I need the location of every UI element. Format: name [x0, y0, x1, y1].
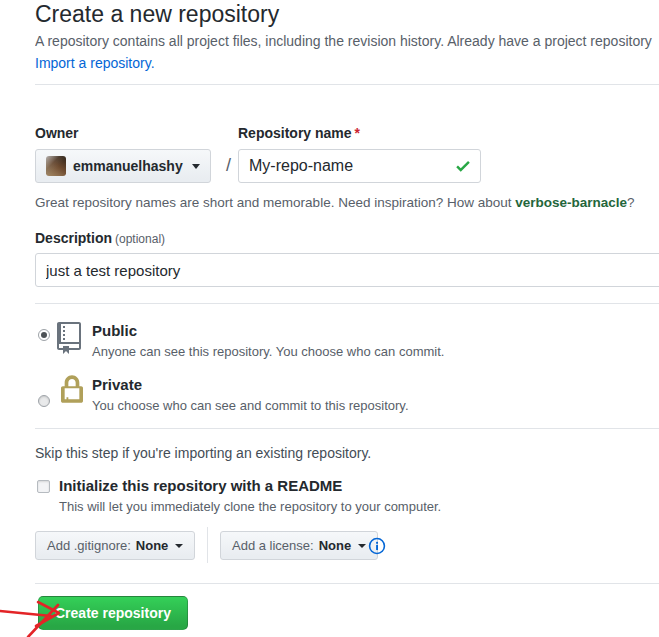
info-icon[interactable] [368, 537, 386, 555]
add-gitignore-button[interactable]: Add .gitignore: None [35, 531, 195, 560]
caret-down-icon [358, 544, 366, 548]
owner-repo-separator: / [226, 155, 231, 176]
suggested-name-link[interactable]: verbose-barnacle [515, 195, 627, 210]
optional-label: (optional) [115, 232, 165, 246]
caret-down-icon [192, 164, 200, 169]
repository-name-input[interactable] [238, 149, 481, 183]
caret-down-icon [175, 544, 183, 548]
repository-name-field [238, 149, 481, 183]
button-group-divider [207, 527, 208, 563]
create-repository-button[interactable]: Create repository [38, 596, 188, 630]
required-asterisk: * [355, 125, 360, 141]
private-option[interactable]: Private You choose who can see and commi… [92, 375, 409, 415]
repository-name-hint: Great repository names are short and mem… [35, 195, 635, 210]
lock-icon [61, 375, 83, 405]
section-divider-2 [35, 428, 659, 429]
import-repository-link[interactable]: Import a repository. [35, 55, 155, 71]
gitignore-button-value: None [136, 538, 169, 553]
owner-label: Owner [35, 125, 79, 141]
license-button-prefix: Add a license: [232, 538, 314, 553]
readme-checkbox[interactable] [37, 480, 50, 493]
page-title: Create a new repository [35, 0, 279, 28]
skip-step-note: Skip this step if you're importing an ex… [35, 445, 371, 461]
owner-username: emmanuelhashy [73, 158, 183, 174]
create-repository-page: Create a new repository A repository con… [0, 0, 659, 637]
intro-line-1: A repository contains all project files,… [35, 30, 659, 52]
header-divider [35, 84, 659, 85]
hint-question-mark: ? [627, 195, 635, 210]
public-option-label: Public [92, 321, 444, 341]
user-avatar [46, 156, 66, 176]
section-divider-3 [35, 583, 659, 584]
repo-book-icon [57, 322, 81, 354]
description-field [35, 253, 659, 287]
private-option-label: Private [92, 375, 409, 395]
public-radio[interactable] [38, 329, 50, 341]
license-button-value: None [319, 538, 352, 553]
check-icon [455, 157, 471, 175]
readme-note: This will let you immediately clone the … [59, 499, 441, 514]
repository-name-label: Repository name* [238, 125, 360, 141]
owner-select-button[interactable]: emmanuelhashy [35, 149, 211, 183]
hint-text: Great repository names are short and mem… [35, 195, 515, 210]
readme-label: Initialize this repository with a README [59, 477, 342, 494]
add-license-button[interactable]: Add a license: None [220, 531, 378, 560]
description-input[interactable] [35, 253, 659, 287]
private-option-description: You choose who can see and commit to thi… [92, 397, 409, 415]
description-label-text: Description [35, 230, 112, 246]
public-option[interactable]: Public Anyone can see this repository. Y… [92, 321, 444, 361]
repository-name-label-text: Repository name [238, 125, 352, 141]
gitignore-button-prefix: Add .gitignore: [47, 538, 131, 553]
public-option-description: Anyone can see this repository. You choo… [92, 343, 444, 361]
intro-text: A repository contains all project files,… [35, 30, 659, 74]
description-label: Description(optional) [35, 230, 165, 246]
private-radio[interactable] [38, 395, 50, 407]
section-divider-1 [35, 303, 659, 304]
